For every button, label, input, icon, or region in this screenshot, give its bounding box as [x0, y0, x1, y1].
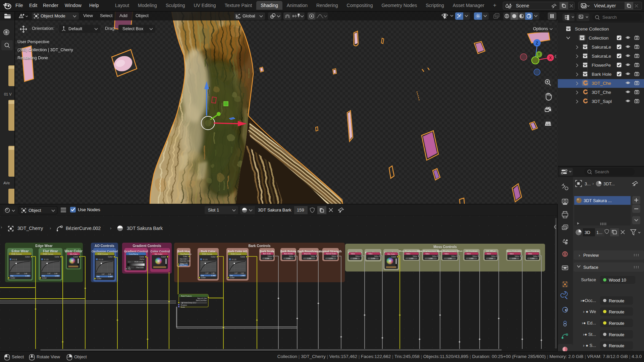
svg-text:1.000: 1.000 [371, 258, 375, 259]
svg-text:Value: Value [267, 255, 272, 257]
svg-text:Value: Value [444, 253, 449, 255]
svg-text:Value: Value [374, 255, 379, 257]
svg-text:0.48: 0.48 [212, 273, 215, 274]
svg-text:ColorRamp: ColorRamp [129, 253, 138, 255]
svg-text:›● Ed...: ›● Ed... [582, 320, 596, 325]
svg-text:Reroute: Reroute [609, 298, 624, 303]
svg-text:Value: Value [515, 255, 519, 257]
svg-text:0.47: 0.47 [102, 274, 105, 275]
svg-text:Mix Color: Mix Color [155, 253, 162, 255]
svg-text:Edge Wear: Edge Wear [35, 244, 53, 248]
svg-text:Fac: Fac [201, 275, 204, 277]
svg-text:Preview: Preview [583, 253, 599, 258]
svg-text:RGB Curves: RGB Curves [43, 253, 53, 255]
svg-text:Surface: Surface [583, 265, 598, 270]
svg-text:Value: Value [368, 253, 373, 255]
svg-text:›●Occ...: ›●Occ... [581, 298, 596, 303]
svg-text:Bark Hole: Bark Hole [592, 72, 611, 77]
svg-text:Moss Contrast: Moss Contrast [526, 250, 540, 252]
svg-text:Bark Feature: Bark Feature [181, 295, 192, 297]
svg-text:Color: Color [183, 255, 187, 257]
svg-text:SakuraLe: SakuraLe [592, 54, 611, 59]
svg-text:1.000: 1.000 [108, 276, 112, 278]
svg-text:0.48: 0.48 [54, 273, 57, 275]
svg-text:Value: Value [509, 253, 514, 255]
svg-text:Reroute: Reroute [609, 309, 624, 314]
svg-text:Collection: Collection [589, 36, 608, 41]
svg-text:Reroute: Reroute [609, 332, 624, 337]
svg-text:1.000: 1.000 [211, 275, 215, 277]
svg-text:Value: Value [406, 253, 411, 255]
svg-text:Scene Collection: Scene Collection [575, 26, 609, 32]
svg-text:Value: Value [331, 255, 336, 257]
svg-text:Value: Value [289, 255, 293, 257]
svg-text:1.000: 1.000 [530, 258, 534, 259]
svg-text:RGB Curves: RGB Curves [11, 253, 22, 255]
svg-text:Color: Color [55, 256, 59, 258]
svg-text:Fac: Fac [97, 276, 100, 278]
svg-text:1.000: 1.000 [489, 258, 493, 259]
svg-text:Value: Value [351, 253, 355, 255]
svg-text:Z: Z [536, 41, 538, 46]
svg-text:Gradient Controls: Gradient Controls [132, 244, 161, 248]
svg-text:Wood 10: Wood 10 [609, 278, 626, 283]
svg-text:Fac: Fac [230, 275, 233, 277]
svg-text:Reroute: Reroute [609, 321, 624, 326]
svg-text:Fac: Fac [128, 268, 131, 270]
svg-text:Moss Colorable: Moss Colorable [506, 250, 522, 252]
svg-text:1...: 1... [596, 230, 602, 235]
svg-text:1.000: 1.000 [240, 275, 245, 277]
svg-text:Value: Value [451, 255, 456, 257]
svg-text:Color: Color [25, 256, 30, 258]
svg-text:Mix Color: Mix Color [387, 253, 395, 255]
svg-text:R G B: R G B [203, 258, 208, 260]
svg-text:1.000: 1.000 [429, 258, 433, 259]
svg-text:›: › [592, 181, 594, 186]
svg-text:❮: ❮ [553, 224, 557, 229]
svg-text:Color: Color [211, 256, 216, 258]
svg-text:RGB Curves: RGB Curves [231, 253, 241, 255]
svg-text:0.48: 0.48 [108, 274, 111, 275]
svg-text:Color: Color [10, 277, 15, 279]
svg-text:Color: Color [42, 277, 47, 279]
svg-text:Value: Value [472, 255, 477, 257]
svg-text:Moss Displacement Offset: Moss Displacement Offset [437, 250, 462, 252]
svg-text:3DT...: 3DT... [603, 181, 615, 186]
svg-text:R G B: R G B [12, 258, 17, 260]
svg-text:Value: Value [425, 253, 430, 255]
svg-text:Color: Color [230, 277, 234, 279]
svg-text:0.48: 0.48 [24, 273, 27, 275]
svg-text:Color: Color [97, 278, 101, 280]
svg-text:Search: Search [602, 15, 617, 20]
svg-text:Fac: Fac [11, 275, 14, 277]
svg-text:AO Contrast: AO Contrast [466, 250, 477, 252]
svg-text:RGB Curves: RGB Curves [98, 253, 108, 255]
svg-text:Bark Scale: Bark Scale [263, 253, 271, 255]
svg-text:Moss Controls: Moss Controls [433, 245, 457, 249]
svg-text:Mix Color: Mix Color [70, 253, 77, 255]
svg-text:0.000: 0.000 [286, 258, 290, 259]
svg-text:› ● We: › ● We [583, 309, 596, 314]
svg-text:1.000: 1.000 [307, 258, 311, 259]
svg-text:1.000: 1.000 [25, 275, 30, 277]
svg-text:AO Offset: AO Offset [486, 250, 495, 252]
svg-text:SakuraLe: SakuraLe [592, 45, 611, 50]
svg-text:›● St...: ›● St... [583, 332, 596, 337]
svg-text:Value: Value [491, 255, 496, 257]
svg-text:1.000: 1.000 [265, 258, 269, 259]
svg-text:1.000: 1.000 [469, 258, 473, 259]
svg-text:1.000: 1.000 [353, 258, 357, 259]
svg-text:AO Controls: AO Controls [95, 244, 114, 248]
svg-text:Bark Controls: Bark Controls [248, 244, 271, 248]
svg-text:Value: Value [311, 255, 315, 257]
svg-text:Value: Value [528, 253, 532, 255]
svg-text:› ● S...: › ● S... [583, 343, 596, 348]
svg-text:Pos 0.000: Pos 0.000 [137, 267, 144, 268]
svg-text:0.48: 0.48 [241, 273, 244, 274]
svg-text:Color: Color [201, 277, 206, 279]
svg-text:Color: Color [180, 263, 184, 265]
svg-text:Value: Value [487, 253, 491, 255]
svg-text:3...: 3... [585, 181, 591, 186]
svg-text:Value: Value [355, 255, 360, 257]
svg-text:RGB Linear: RGB Linear [135, 261, 143, 263]
